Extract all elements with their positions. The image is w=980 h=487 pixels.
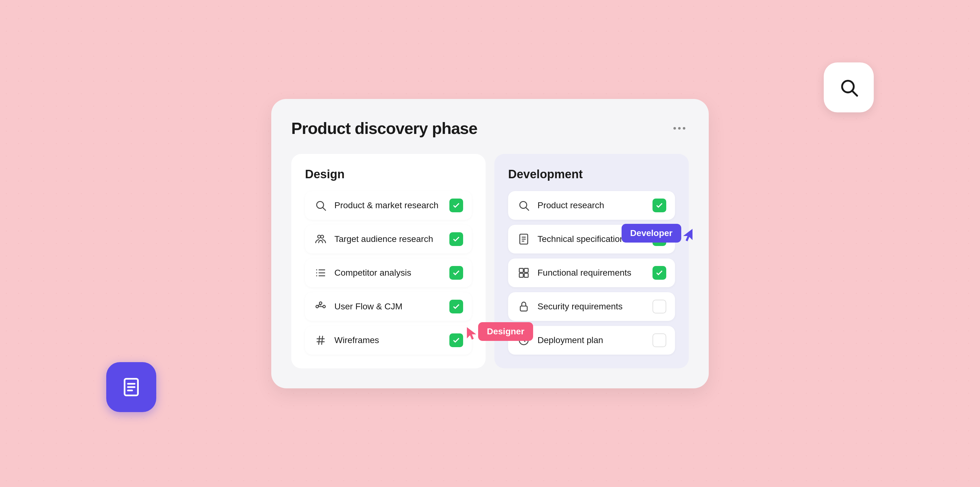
task-label: User Flow & CJM — [334, 301, 402, 312]
lock-icon — [517, 300, 531, 313]
svg-rect-33 — [524, 268, 528, 272]
users-icon — [314, 232, 328, 246]
search-icon — [517, 198, 531, 212]
design-column: Design Product & market research — [291, 154, 485, 368]
task-item[interactable]: Target audience research — [305, 225, 472, 254]
task-item[interactable]: Product research — [508, 191, 675, 220]
svg-line-24 — [319, 336, 320, 345]
svg-line-25 — [321, 336, 323, 345]
task-label: Competitor analysis — [334, 268, 411, 278]
main-card: Product discovery phase Design Product &… — [271, 99, 709, 389]
flow-icon — [314, 300, 328, 313]
checkbox-checked[interactable] — [449, 198, 463, 212]
svg-marker-38 — [467, 327, 476, 339]
checkbox-empty[interactable] — [652, 333, 666, 347]
svg-line-21 — [318, 304, 320, 306]
design-task-list: Product & market research — [305, 191, 472, 355]
svg-marker-39 — [683, 229, 692, 241]
checkbox-checked[interactable] — [449, 333, 463, 347]
task-label: Functional requirements — [538, 268, 631, 278]
developer-label: Developer — [622, 224, 681, 243]
development-column-title: Development — [508, 168, 675, 181]
checkbox-checked[interactable] — [449, 232, 463, 246]
checkbox-checked[interactable] — [449, 266, 463, 280]
card-title: Product discovery phase — [291, 119, 477, 138]
checkbox-empty[interactable] — [652, 300, 666, 313]
svg-point-8 — [318, 235, 321, 238]
svg-point-17 — [323, 305, 325, 308]
hash-icon — [314, 333, 328, 347]
task-label: Technical specifications — [538, 234, 629, 244]
developer-tooltip: Developer — [622, 224, 694, 243]
designer-cursor-icon — [466, 327, 477, 340]
svg-rect-34 — [519, 273, 523, 277]
task-label: Product & market research — [334, 200, 438, 210]
design-column-title: Design — [305, 168, 472, 181]
task-label: Deployment plan — [538, 335, 603, 345]
task-label: Target audience research — [334, 234, 433, 244]
document-icon — [517, 232, 531, 246]
svg-rect-35 — [524, 273, 528, 277]
svg-line-27 — [526, 208, 529, 210]
task-label: Security requirements — [538, 301, 622, 312]
search-icon — [314, 198, 328, 212]
search-icon — [839, 78, 859, 97]
designer-tooltip: Designer — [466, 322, 533, 341]
document-button[interactable] — [106, 362, 156, 412]
task-item[interactable]: Functional requirements — [508, 259, 675, 287]
card-header: Product discovery phase — [291, 119, 689, 138]
designer-label: Designer — [478, 322, 533, 341]
checkbox-checked[interactable] — [652, 198, 666, 212]
svg-line-7 — [323, 208, 326, 210]
checkbox-checked[interactable] — [449, 300, 463, 313]
task-item[interactable]: User Flow & CJM — [305, 292, 472, 321]
list-icon — [314, 266, 328, 280]
development-task-list: Product research — [508, 191, 675, 355]
task-label: Product research — [538, 200, 604, 210]
task-label: Wireframes — [334, 335, 379, 345]
svg-line-1 — [853, 91, 857, 96]
task-item[interactable]: Deployment plan — [508, 326, 675, 355]
task-item[interactable]: Security requirements — [508, 292, 675, 321]
svg-rect-32 — [519, 268, 523, 272]
developer-cursor-icon — [682, 228, 694, 242]
grid-icon — [517, 266, 531, 280]
document-icon — [121, 377, 141, 397]
task-item[interactable]: Competitor analysis — [305, 259, 472, 287]
task-item[interactable]: Wireframes — [305, 326, 472, 355]
svg-point-9 — [321, 235, 324, 238]
checkbox-checked[interactable] — [652, 266, 666, 280]
task-item[interactable]: Product & market research — [305, 191, 472, 220]
svg-rect-36 — [520, 306, 527, 311]
more-options-button[interactable] — [670, 125, 689, 132]
search-button[interactable] — [824, 62, 874, 113]
